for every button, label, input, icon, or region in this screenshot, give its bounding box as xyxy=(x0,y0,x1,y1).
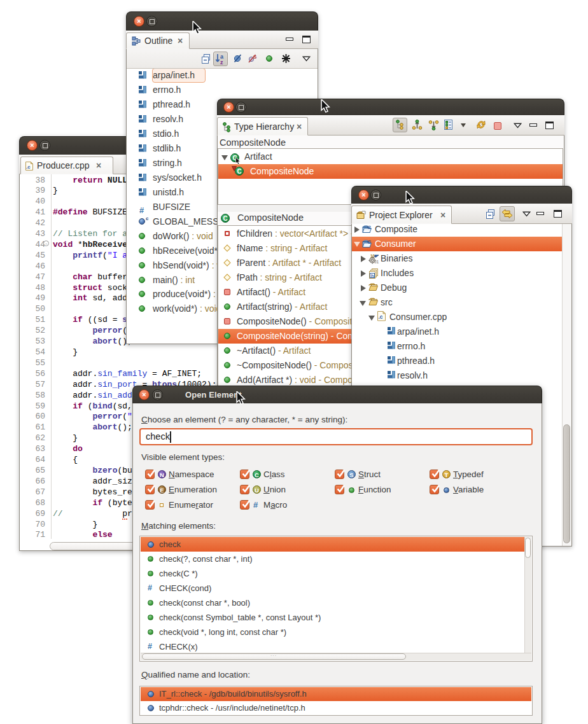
svg-text:h: h xyxy=(371,273,374,279)
svg-text:.c: .c xyxy=(26,164,31,170)
svg-text:01: 01 xyxy=(374,260,379,264)
svg-text:z: z xyxy=(220,59,223,65)
